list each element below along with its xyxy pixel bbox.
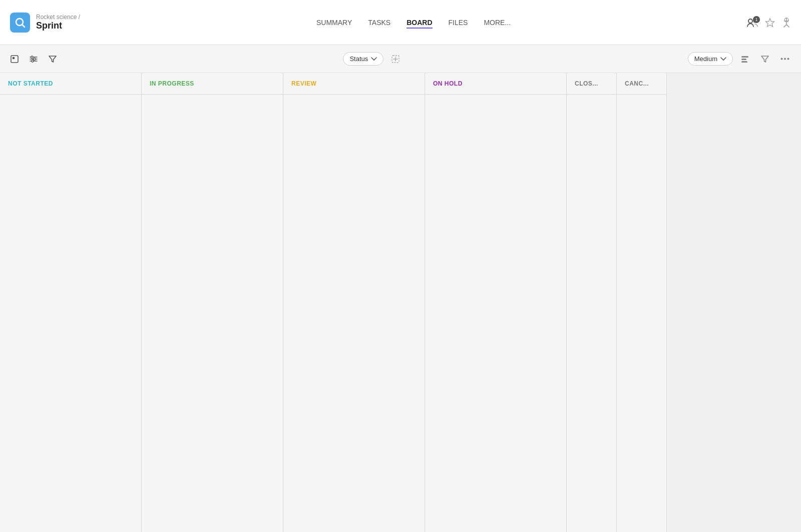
svg-point-22 — [787, 58, 789, 60]
column-body-on-hold — [425, 95, 566, 532]
breadcrumb-current: Sprint — [36, 21, 80, 31]
nav-left: Rocket science / Sprint — [10, 13, 80, 33]
column-body-review — [283, 95, 425, 532]
nav-board[interactable]: BOARD — [407, 17, 432, 29]
svg-line-1 — [22, 25, 25, 27]
breadcrumb: Rocket science / Sprint — [36, 14, 80, 31]
board: NOT STARTED IN PROGRESS REVIEW ON HOLD C… — [0, 73, 801, 532]
svg-point-2 — [748, 19, 752, 23]
column-body-in-progress — [142, 95, 283, 532]
pin-button[interactable] — [782, 18, 791, 28]
column-header-in-progress: IN PROGRESS — [142, 73, 283, 95]
column-not-started: NOT STARTED — [0, 73, 142, 532]
svg-rect-7 — [13, 57, 15, 59]
star-button[interactable] — [765, 18, 775, 28]
svg-point-11 — [31, 56, 33, 58]
top-nav: Rocket science / Sprint SUMMARY TASKS BO… — [0, 0, 801, 45]
nav-more[interactable]: MORE... — [484, 17, 511, 29]
toolbar-center: Status — [343, 52, 404, 66]
column-header-on-hold: ON HOLD — [425, 73, 566, 95]
svg-marker-4 — [766, 19, 774, 27]
toolbar-left — [8, 53, 59, 66]
nav-tasks[interactable]: TASKS — [368, 17, 390, 29]
status-label: Status — [349, 55, 368, 63]
column-header-cancelled: CANC... — [617, 73, 666, 95]
column-header-review: REVIEW — [283, 73, 425, 95]
svg-rect-19 — [741, 61, 747, 63]
users-button[interactable]: 1 — [747, 18, 758, 27]
add-field-button[interactable] — [387, 53, 404, 65]
column-header-not-started: NOT STARTED — [0, 73, 141, 95]
filter-funnel-button[interactable] — [46, 53, 59, 66]
filter-sliders-button[interactable] — [27, 53, 40, 66]
medium-dropdown[interactable]: Medium — [688, 52, 733, 66]
nav-center: SUMMARY TASKS BOARD FILES MORE... — [316, 17, 511, 29]
nav-summary[interactable]: SUMMARY — [316, 17, 352, 29]
more-options-button[interactable] — [777, 55, 793, 63]
toolbar-right: Medium — [688, 52, 793, 66]
status-dropdown[interactable]: Status — [343, 52, 383, 66]
breadcrumb-parent: Rocket science / — [36, 14, 80, 21]
column-body-not-started — [0, 95, 141, 532]
medium-label: Medium — [694, 55, 717, 63]
column-in-progress: IN PROGRESS — [142, 73, 283, 532]
svg-point-12 — [34, 58, 36, 60]
svg-rect-18 — [741, 59, 746, 60]
column-on-hold: ON HOLD — [425, 73, 567, 532]
app-icon — [10, 13, 30, 33]
column-header-closed: CLOS... — [567, 73, 616, 95]
column-body-cancelled — [617, 95, 666, 532]
svg-point-13 — [32, 60, 34, 62]
expand-button[interactable] — [8, 53, 21, 66]
group-button[interactable] — [737, 52, 753, 66]
column-review: REVIEW — [283, 73, 425, 532]
svg-point-20 — [780, 58, 782, 60]
svg-point-21 — [784, 58, 786, 60]
column-body-closed — [567, 95, 616, 532]
nav-right: 1 — [747, 18, 791, 28]
column-closed: CLOS... — [567, 73, 617, 532]
users-count-badge: 1 — [753, 16, 760, 23]
nav-files[interactable]: FILES — [449, 17, 468, 29]
filter-button[interactable] — [757, 52, 773, 66]
svg-rect-17 — [741, 56, 748, 58]
toolbar: Status Medium — [0, 45, 801, 73]
column-cancelled: CANC... — [617, 73, 667, 532]
